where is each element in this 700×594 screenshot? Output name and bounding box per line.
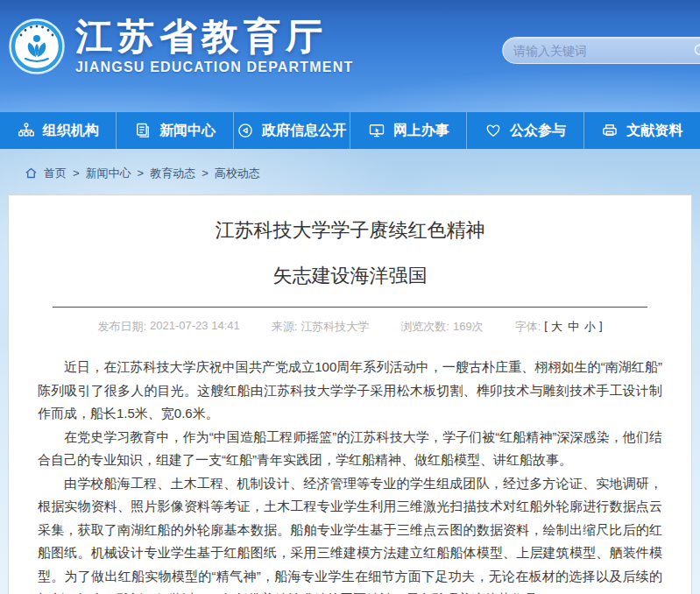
search-input[interactable] — [513, 44, 692, 58]
nav-item-organization[interactable]: 组织机构 — [0, 112, 117, 149]
article-meta: 发布日期: 2021-07-23 14:41 来源: 江苏科技大学 浏览次数: … — [9, 319, 691, 335]
nav-item-documents[interactable]: 文献资料 — [584, 112, 700, 149]
article-paragraph: 近日，在江苏科技大学庆祝中国共产党成立100周年系列活动中，一艘古朴庄重、栩栩如… — [38, 356, 662, 426]
site-header: 江苏省教育厅 JIANGSU EDUCATION DEPARTMENT — [0, 0, 700, 112]
breadcrumb-separator: > — [73, 166, 80, 180]
nav-item-label: 公众参与 — [510, 122, 566, 140]
nav-item-news-center[interactable]: 新闻中心 — [117, 112, 233, 149]
breadcrumb-separator: > — [138, 166, 145, 180]
font-size-control: 字体: [ 大 中 小 ] — [515, 319, 603, 335]
publish-date-label: 发布日期: — [97, 319, 146, 335]
source-label: 来源: — [272, 319, 298, 335]
home-icon — [25, 166, 38, 180]
org-chart-icon — [18, 122, 35, 139]
views-label: 浏览次数: — [400, 319, 449, 335]
heart-icon — [484, 122, 502, 139]
article-source: 来源: 江苏科技大学 — [272, 319, 370, 335]
font-size-small-button[interactable]: 小 — [583, 319, 597, 335]
site-logo-icon[interactable] — [9, 18, 65, 74]
bracket-close: ] — [599, 319, 603, 335]
article-body: 近日，在江苏科技大学庆祝中国共产党成立100周年系列活动中，一艘古朴庄重、栩栩如… — [9, 356, 691, 594]
nav-item-online-service[interactable]: 网上办事 — [350, 112, 467, 149]
content-background: 首页 > 新闻中心 > 教育动态 > 高校动态 江苏科技大学学子赓续红色精神 矢… — [0, 149, 700, 594]
breadcrumb-home[interactable]: 首页 — [44, 166, 67, 181]
font-size-large-button[interactable]: 大 — [549, 319, 564, 335]
nav-item-label: 文献资料 — [626, 122, 682, 140]
breadcrumb-news-center[interactable]: 新闻中心 — [86, 166, 131, 181]
article-paragraph: 由学校船海工程、土木工程、机制设计、经济管理等专业的学生组成团队，经过多方论证、… — [38, 472, 662, 594]
article-paragraph: 在党史学习教育中，作为“中国造船工程师摇篮”的江苏科技大学，学子们被“红船精神”… — [38, 426, 662, 472]
views-value: 169次 — [453, 319, 484, 335]
news-icon — [134, 122, 152, 139]
main-nav: 组织机构 新闻中心 政府信息公开 网上办事 公众参与 — [0, 112, 700, 149]
article-title-line2: 矢志建设海洋强国 — [9, 265, 691, 286]
breadcrumb-edu-news[interactable]: 教育动态 — [150, 166, 195, 181]
bracket-open: [ — [544, 319, 548, 335]
nav-item-gov-info[interactable]: 政府信息公开 — [234, 112, 350, 149]
source-value: 江苏科技大学 — [301, 319, 369, 335]
nav-item-label: 网上办事 — [393, 122, 449, 140]
view-count: 浏览次数: 169次 — [400, 319, 483, 335]
article-card: 江苏科技大学学子赓续红色精神 矢志建设海洋强国 发布日期: 2021-07-23… — [8, 194, 692, 594]
publish-date: 发布日期: 2021-07-23 14:41 — [97, 319, 239, 335]
font-size-medium-button[interactable]: 中 — [566, 319, 581, 335]
info-disclosure-icon — [237, 122, 254, 139]
search-icon[interactable] — [692, 42, 700, 60]
breadcrumb-current: 高校动态 — [215, 166, 260, 181]
brand: 江苏省教育厅 JIANGSU EDUCATION DEPARTMENT — [75, 16, 353, 75]
breadcrumb: 首页 > 新闻中心 > 教育动态 > 高校动态 — [0, 149, 700, 186]
site-title-en: JIANGSU EDUCATION DEPARTMENT — [75, 60, 353, 75]
font-label: 字体: — [515, 319, 541, 335]
publish-date-value: 2021-07-23 14:41 — [150, 319, 240, 335]
site-title: 江苏省教育厅 — [75, 16, 353, 58]
nav-item-public-participation[interactable]: 公众参与 — [467, 112, 583, 149]
font-size-switch: [ 大 中 小 ] — [544, 319, 602, 335]
nav-item-label: 组织机构 — [43, 122, 99, 140]
nav-item-label: 政府信息公开 — [262, 122, 346, 140]
article-title-line1: 江苏科技大学学子赓续红色精神 — [9, 220, 691, 241]
breadcrumb-separator: > — [202, 166, 209, 180]
title-divider — [53, 307, 647, 308]
documents-icon — [601, 122, 619, 139]
search-box — [502, 37, 700, 64]
online-service-icon — [368, 122, 385, 139]
page: 江苏省教育厅 JIANGSU EDUCATION DEPARTMENT 组织机构… — [0, 0, 700, 594]
nav-item-label: 新闻中心 — [159, 122, 216, 140]
